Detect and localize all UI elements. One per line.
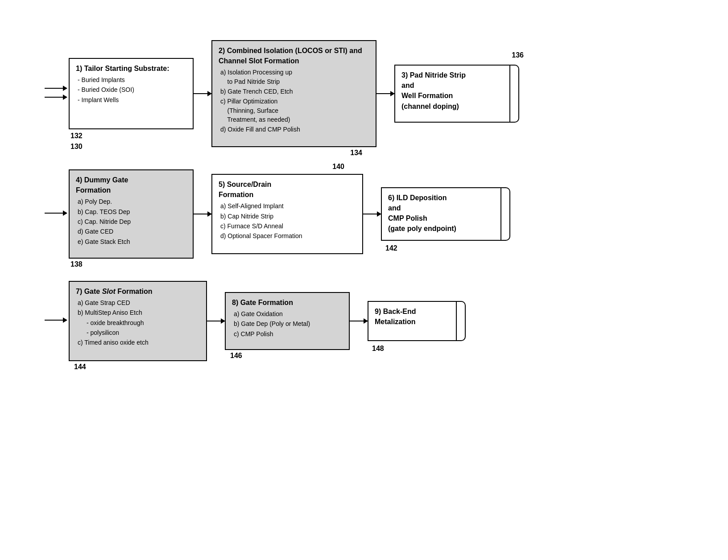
box5-list: a) Self-Aligned Implant b) Cap Nitride S… xyxy=(219,202,356,240)
ref-142: 142 xyxy=(385,244,397,252)
box7-item-b: b) MultiStep Aniso Etch xyxy=(78,308,200,317)
box6-title: 6) ILD DepositionandCMP Polish(gate poly… xyxy=(388,193,494,234)
box2-title: 2) Combined Isolation (LOCOS or STI) and… xyxy=(219,45,369,66)
ref-140: 140 xyxy=(332,161,344,172)
box5-title: 5) Source/DrainFormation xyxy=(219,179,356,200)
row2: 4) Dummy GateFormation a) Poly Dep. b) C… xyxy=(45,169,683,259)
box1-item3: - Implant Wells xyxy=(78,95,186,104)
box3: 3) Pad Nitride StripandWell Formation(ch… xyxy=(394,65,510,123)
arrow1-to-2 xyxy=(194,93,211,95)
box9-title: 9) Back-EndMetalization xyxy=(375,306,450,327)
box7-list: a) Gate Strap CED b) MultiStep Aniso Etc… xyxy=(76,298,200,347)
box8-item-c: c) CMP Polish xyxy=(234,329,343,338)
box4: 4) Dummy GateFormation a) Poly Dep. b) C… xyxy=(69,169,194,259)
box8-item-b: b) Gate Dep (Poly or Metal) xyxy=(234,319,343,328)
box4-item-b: b) Cap. TEOS Dep xyxy=(78,207,186,216)
box3-wrapper: 136 3) Pad Nitride StripandWell Formatio… xyxy=(394,65,519,123)
row1: 1) Tailor Starting Substrate: - Buried I… xyxy=(45,40,683,147)
box4-entry-arrows xyxy=(45,213,67,215)
box3-title: 3) Pad Nitride StripandWell Formation(ch… xyxy=(401,70,503,111)
box2-item-d: d) Oxide Fill and CMP Polish xyxy=(220,125,369,134)
box8: 8) Gate Formation a) Gate Oxidation b) G… xyxy=(225,292,350,350)
arrow5-to-6 xyxy=(363,214,381,215)
box5: 5) Source/DrainFormation a) Self-Aligned… xyxy=(211,174,363,254)
box7-sub-oxide: - oxide breakthrough xyxy=(78,318,200,327)
box9-right-bracket xyxy=(457,301,466,341)
box8-title: 8) Gate Formation xyxy=(232,297,343,308)
box7-sub-poly: - polysilicon xyxy=(78,328,200,337)
box8-list: a) Gate Oxidation b) Gate Dep (Poly or M… xyxy=(232,309,343,338)
arrow7-to-8 xyxy=(207,321,225,322)
box1-list: - Buried Implants - Buried Oxide (SOI) -… xyxy=(76,75,186,104)
box1-item2: - Buried Oxide (SOI) xyxy=(78,85,186,94)
box2-list: a) Isolation Processing up to Pad Nitrid… xyxy=(219,68,369,134)
box4-list: a) Poly Dep. b) Cap. TEOS Dep c) Cap. Ni… xyxy=(76,197,186,246)
box4-item-d: d) Gate CED xyxy=(78,227,186,236)
box7-item-a: a) Gate Strap CED xyxy=(78,298,200,307)
box3-right-bracket xyxy=(510,65,519,123)
box4-item-a: a) Poly Dep. xyxy=(78,197,186,206)
entry-arrow-top xyxy=(45,88,67,89)
entry-arrow-bottom xyxy=(45,97,67,98)
ref-144: 144 xyxy=(74,362,86,372)
box5-item-b: b) Cap Nitride Strip xyxy=(220,212,356,221)
box5-item-c: c) Furnace S/D Anneal xyxy=(220,222,356,231)
arrow4-to-5 xyxy=(194,214,211,215)
ref-130: 130 xyxy=(70,141,83,152)
box1-item1: - Buried Implants xyxy=(78,75,186,84)
box9-wrapper: 9) Back-EndMetalization 148 xyxy=(368,301,466,341)
row3: 7) Gate Slot Formation a) Gate Strap CED… xyxy=(45,281,683,361)
ref-146: 146 xyxy=(230,350,242,361)
box1-entry-arrows xyxy=(45,88,67,99)
box5-item-d: d) Optional Spacer Formation xyxy=(220,231,356,240)
arrow8-to-9 xyxy=(350,321,368,322)
box8-item-a: a) Gate Oxidation xyxy=(234,309,343,318)
box6-wrapper: 6) ILD DepositionandCMP Polish(gate poly… xyxy=(381,187,510,241)
box2: 2) Combined Isolation (LOCOS or STI) and… xyxy=(211,40,376,147)
box7-item-c: c) Timed aniso oxide etch xyxy=(78,338,200,347)
ref-134: 134 xyxy=(350,148,362,158)
box6: 6) ILD DepositionandCMP Polish(gate poly… xyxy=(381,187,501,241)
box4-item-e: e) Gate Stack Etch xyxy=(78,237,186,246)
diagram: 1) Tailor Starting Substrate: - Buried I… xyxy=(0,0,728,560)
ref-138: 138 xyxy=(70,259,83,269)
box9-with-bracket: 9) Back-EndMetalization xyxy=(368,301,466,341)
box2-item-b: b) Gate Trench CED, Etch xyxy=(220,87,369,96)
box2-item-c: c) Pillar Optimization (Thinning, Surfac… xyxy=(220,97,369,124)
box1-title: 1) Tailor Starting Substrate: xyxy=(76,63,186,74)
box4-title: 4) Dummy GateFormation xyxy=(76,175,186,195)
ref-132: 132 xyxy=(70,131,83,141)
box5-item-a: a) Self-Aligned Implant xyxy=(220,202,356,210)
box2-item-a: a) Isolation Processing up to Pad Nitrid… xyxy=(220,68,369,86)
box1: 1) Tailor Starting Substrate: - Buried I… xyxy=(69,58,194,129)
ref-136: 136 xyxy=(512,51,524,59)
entry-arrow-single xyxy=(45,213,67,214)
box3-with-bracket: 3) Pad Nitride StripandWell Formation(ch… xyxy=(394,65,519,123)
box6-right-bracket xyxy=(501,187,510,241)
box7-italic: Slot xyxy=(102,288,116,295)
box4-item-c: c) Cap. Nitride Dep xyxy=(78,217,186,226)
ref-148: 148 xyxy=(372,345,384,353)
arrow2-to-3 xyxy=(376,93,394,95)
box6-with-bracket: 6) ILD DepositionandCMP Polish(gate poly… xyxy=(381,187,510,241)
entry-arrow-box7 xyxy=(45,320,67,321)
box7-entry-arrows xyxy=(45,320,67,322)
box7-title: 7) Gate Slot Formation xyxy=(76,286,200,296)
box9: 9) Back-EndMetalization xyxy=(368,301,457,341)
box7: 7) Gate Slot Formation a) Gate Strap CED… xyxy=(69,281,207,361)
